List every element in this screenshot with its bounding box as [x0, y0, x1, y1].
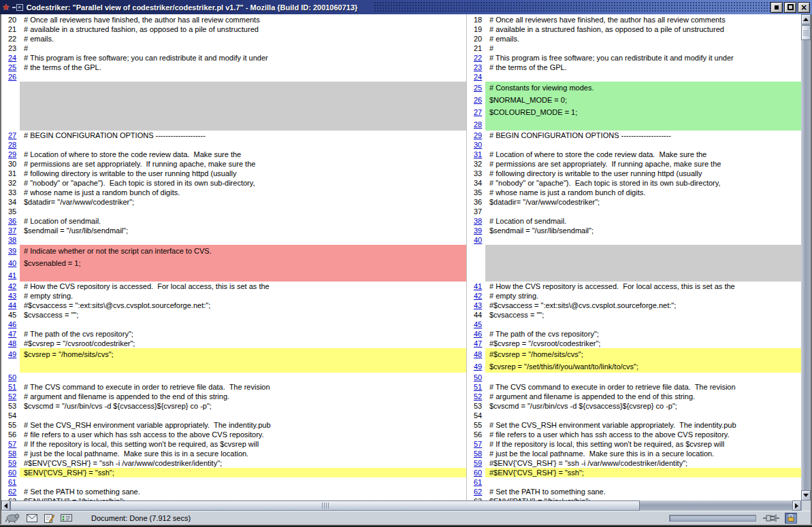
- line-number-link[interactable]: 41: [1, 269, 20, 282]
- line-number-link[interactable]: 58: [1, 449, 20, 458]
- line-number-link[interactable]: 46: [1, 320, 20, 329]
- line-number-link[interactable]: 38: [467, 216, 485, 226]
- line-number-link[interactable]: 26: [467, 94, 485, 106]
- code-line-row: 35# whose name is just a random bunch of…: [467, 188, 801, 197]
- code-text: # Location of sendmail.: [20, 216, 466, 226]
- line-number-link[interactable]: 62: [1, 487, 20, 496]
- code-text: # following directory is writable to the…: [20, 169, 466, 178]
- code-text: [20, 269, 466, 282]
- scroll-right-button[interactable]: [792, 500, 801, 511]
- close-button[interactable]: ×: [798, 2, 810, 13]
- line-number-link[interactable]: 50: [1, 373, 20, 382]
- line-number-link[interactable]: 28: [467, 118, 485, 131]
- line-number-link[interactable]: 61: [1, 477, 20, 487]
- line-number-link[interactable]: 25: [1, 63, 20, 72]
- line-number-link[interactable]: 47: [1, 329, 20, 339]
- scroll-down-button[interactable]: [801, 490, 811, 500]
- line-number: 23: [1, 44, 20, 53]
- horizontal-scrollbar[interactable]: [1, 500, 811, 511]
- horizontal-scrollbar-track[interactable]: [640, 500, 792, 511]
- line-number-link[interactable]: 29: [467, 131, 485, 140]
- horizontal-scrollbar-thumb[interactable]: [10, 500, 640, 511]
- code-text: # Set the PATH to something sane.: [485, 487, 801, 496]
- line-number-link[interactable]: 48: [1, 339, 20, 348]
- address-book-icon[interactable]: [61, 513, 72, 522]
- line-number-link[interactable]: 27: [1, 131, 20, 140]
- line-number-link[interactable]: 42: [1, 282, 20, 291]
- line-number: 34: [1, 197, 20, 207]
- line-number-link[interactable]: 61: [467, 477, 485, 487]
- composer-page-icon[interactable]: [44, 513, 54, 523]
- line-number-link[interactable]: 60: [1, 468, 20, 477]
- line-number-link[interactable]: 31: [467, 150, 485, 159]
- statusbar: Document: Done (7.912 secs): [1, 511, 811, 524]
- line-number-link[interactable]: 30: [467, 140, 485, 150]
- minimize-button[interactable]: [770, 2, 783, 13]
- scroll-left-button[interactable]: [1, 500, 10, 511]
- line-number-link[interactable]: 40: [467, 235, 485, 245]
- line-number-link[interactable]: 49: [1, 348, 20, 360]
- code-line-row: 29# BEGIN CONFIGURATION OPTIONS --------…: [467, 131, 801, 140]
- code-text: #$cvsrep = "/home/sits/cvs";: [485, 348, 801, 360]
- line-number-link[interactable]: 23: [467, 63, 485, 72]
- line-number-link[interactable]: 22: [467, 53, 485, 63]
- line-number-link[interactable]: 59: [1, 458, 20, 468]
- line-number-link[interactable]: 26: [1, 72, 20, 82]
- line-number-link[interactable]: 40: [1, 257, 20, 269]
- line-number-link[interactable]: 60: [467, 468, 485, 477]
- code-line-row: [1, 106, 466, 118]
- scroll-up-button[interactable]: [801, 14, 811, 24]
- line-number-link[interactable]: 49: [467, 360, 485, 373]
- line-number-link[interactable]: 43: [1, 291, 20, 301]
- line-number-link[interactable]: 42: [467, 291, 485, 301]
- line-number-link[interactable]: 24: [1, 53, 20, 63]
- code-text: # "nobody" or "apache"). Each topic is s…: [20, 178, 466, 188]
- code-text: # empty string.: [485, 291, 801, 301]
- line-number-link[interactable]: 48: [467, 348, 485, 360]
- line-number-link[interactable]: 46: [467, 329, 485, 339]
- vertical-scrollbar[interactable]: [801, 14, 811, 500]
- line-number-link[interactable]: 29: [1, 150, 20, 159]
- line-number: 55: [467, 420, 485, 430]
- mail-envelope-icon[interactable]: [27, 514, 37, 522]
- code-text: $sendmail = "/usr/lib/sendmail";: [20, 226, 466, 235]
- line-number-link[interactable]: 57: [467, 439, 485, 449]
- online-plug-icon[interactable]: [763, 514, 779, 522]
- line-number-link[interactable]: 28: [1, 140, 20, 150]
- line-number-link[interactable]: 25: [467, 82, 485, 94]
- window-pin-icon[interactable]: ×: [12, 4, 23, 11]
- line-number-link[interactable]: 47: [467, 339, 485, 348]
- line-number-link[interactable]: 24: [467, 72, 485, 82]
- line-number: 54: [467, 411, 485, 420]
- line-number: 21: [467, 44, 485, 53]
- line-number-link[interactable]: 41: [467, 282, 485, 291]
- line-number-link[interactable]: 39: [467, 226, 485, 235]
- line-number-link[interactable]: 44: [1, 301, 20, 310]
- line-number-link[interactable]: 51: [467, 382, 485, 392]
- vertical-scrollbar-thumb[interactable]: [801, 25, 811, 40]
- minimize-icon: [775, 5, 779, 10]
- line-number-link[interactable]: 45: [467, 320, 485, 329]
- maximize-button[interactable]: [784, 2, 796, 13]
- line-number-link[interactable]: 38: [1, 235, 20, 245]
- line-number-link[interactable]: 62: [467, 487, 485, 496]
- code-text: # If the repository is local, this setti…: [485, 439, 801, 449]
- line-number-link[interactable]: 36: [1, 216, 20, 226]
- line-number-link[interactable]: 43: [467, 301, 485, 310]
- line-number-link[interactable]: 50: [467, 373, 485, 382]
- line-number-link[interactable]: 51: [1, 382, 20, 392]
- line-number-link[interactable]: 57: [1, 439, 20, 449]
- line-number-link[interactable]: 52: [467, 392, 485, 401]
- navigator-lizard-icon[interactable]: [5, 513, 20, 523]
- line-number-link[interactable]: 39: [1, 245, 20, 257]
- code-text: # whose name is just a random bunch of d…: [20, 188, 466, 197]
- line-number-link[interactable]: 37: [1, 226, 20, 235]
- line-number-link[interactable]: 58: [467, 449, 485, 458]
- code-text: # permissions are set appropriately. If …: [20, 159, 466, 169]
- vertical-scrollbar-track[interactable]: [801, 41, 811, 490]
- line-number-link[interactable]: 52: [1, 392, 20, 401]
- security-lock-button[interactable]: [785, 513, 797, 524]
- line-number-link[interactable]: 27: [467, 106, 485, 118]
- line-number-link[interactable]: 59: [467, 458, 485, 468]
- window-controls: ×: [770, 2, 810, 13]
